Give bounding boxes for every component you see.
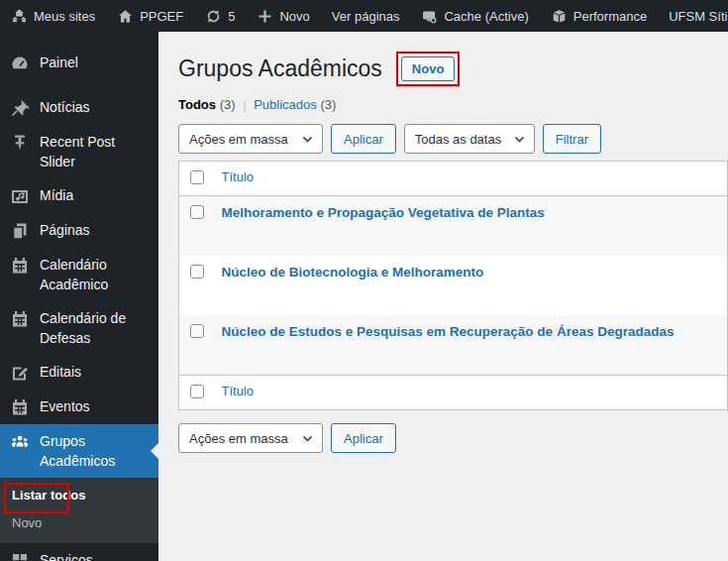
media-icon bbox=[10, 186, 30, 206]
view-filters: Todos (3) | Publicados (3) bbox=[178, 97, 728, 112]
edit-icon bbox=[10, 363, 30, 383]
admin-bar-site-name[interactable]: PPGEF bbox=[106, 0, 194, 32]
groups-icon bbox=[10, 432, 30, 452]
chevron-down-icon bbox=[514, 134, 525, 145]
tablenav-bottom: Ações em massa Aplicar bbox=[178, 423, 728, 453]
row-checkbox[interactable] bbox=[190, 205, 204, 219]
sidebar-item-label: Calendário Acadêmico bbox=[40, 255, 153, 294]
admin-bar-item-label: UFSM Sítios bbox=[669, 9, 728, 24]
filter-button[interactable]: Filtrar bbox=[543, 124, 601, 154]
sidebar-item-label: Calendário de Defesas bbox=[40, 308, 153, 348]
admin-bar-item-label: PPGEF bbox=[140, 9, 183, 24]
admin-bar: Meus sites PPGEF 5 Novo Ver páginas Cach… bbox=[0, 0, 728, 32]
admin-bar-cache[interactable]: Cache (Active) bbox=[410, 0, 539, 32]
sidebar-item-label: Painel bbox=[40, 53, 78, 72]
menu-separator bbox=[0, 80, 158, 90]
admin-bar-my-sites[interactable]: Meus sites bbox=[0, 0, 106, 32]
sidebar-item-label: Recent Post Slider bbox=[40, 132, 153, 171]
admin-bar-item-label: Meus sites bbox=[34, 9, 95, 24]
calendar-icon bbox=[10, 256, 30, 276]
admin-bar-new[interactable]: Novo bbox=[246, 0, 320, 32]
sidebar-item-paginas[interactable]: Páginas bbox=[0, 213, 158, 248]
sidebar-item-midia[interactable]: Mídia bbox=[0, 178, 158, 213]
cache-icon bbox=[421, 8, 438, 25]
page-title: Grupos Acadêmicos bbox=[178, 55, 382, 83]
submenu-item-listar-todos[interactable]: Listar todos bbox=[0, 482, 158, 509]
sidebar-item-calendario-defesas[interactable]: Calendário de Defesas bbox=[0, 301, 158, 355]
table-row: Núcleo de Estudos e Pesquisas em Recuper… bbox=[179, 315, 728, 376]
multisite-icon bbox=[11, 8, 28, 25]
sidebar-item-label: Notícias bbox=[40, 97, 90, 117]
sidebar-item-eventos[interactable]: Eventos bbox=[0, 390, 158, 424]
submenu-item-label: Novo bbox=[12, 515, 42, 530]
date-filter-selected-value: Todas as datas bbox=[415, 132, 501, 147]
date-filter-select[interactable]: Todas as datas bbox=[404, 124, 535, 154]
select-all-checkbox[interactable] bbox=[190, 170, 204, 184]
annotation-box-new-button: Novo bbox=[396, 52, 461, 86]
row-title-link[interactable]: Núcleo de Estudos e Pesquisas em Recuper… bbox=[222, 324, 675, 339]
submenu-item-novo[interactable]: Novo bbox=[0, 509, 158, 537]
bulk-actions-selected-value: Ações em massa bbox=[189, 132, 288, 147]
sidebar-item-painel[interactable]: Painel bbox=[0, 46, 158, 80]
chevron-down-icon bbox=[302, 433, 313, 444]
bulk-actions-selected-value: Ações em massa bbox=[189, 431, 288, 446]
admin-bar-item-label: Cache (Active) bbox=[444, 9, 528, 24]
home-icon bbox=[117, 8, 134, 25]
dashboard-icon bbox=[10, 54, 30, 73]
column-title-footer[interactable]: Título bbox=[222, 384, 255, 398]
sidebar-item-label: Serviços bbox=[40, 550, 93, 561]
sidebar: Painel Notícias Recent Post Slider bbox=[0, 32, 158, 561]
bulk-actions-select[interactable]: Ações em massa bbox=[178, 124, 323, 154]
admin-bar-view-pages[interactable]: Ver páginas bbox=[321, 0, 411, 32]
sidebar-item-noticias[interactable]: Notícias bbox=[0, 90, 158, 125]
table-row: Melhoramento e Propagação Vegetativa de … bbox=[179, 196, 728, 257]
filter-all-link[interactable]: Todos bbox=[178, 97, 216, 112]
add-new-button[interactable]: Novo bbox=[401, 56, 456, 81]
sidebar-item-grupos-academicos[interactable]: Grupos Acadêmicos bbox=[0, 424, 158, 478]
filter-published-count: (3) bbox=[320, 97, 336, 112]
admin-bar-item-label: Novo bbox=[279, 9, 309, 24]
sidebar-item-recent-post-slider[interactable]: Recent Post Slider bbox=[0, 125, 158, 178]
row-title-link[interactable]: Melhoramento e Propagação Vegetativa de … bbox=[222, 205, 545, 220]
calendar-icon bbox=[10, 397, 30, 417]
filter-separator: | bbox=[243, 97, 246, 112]
sidebar-item-label: Grupos Acadêmicos bbox=[40, 431, 153, 471]
bulk-actions-select-bottom[interactable]: Ações em massa bbox=[178, 423, 323, 453]
sidebar-item-calendario-academico[interactable]: Calendário Acadêmico bbox=[0, 248, 158, 301]
sidebar-item-label: Eventos bbox=[40, 396, 90, 416]
sidebar-item-servicos[interactable]: Serviços bbox=[0, 543, 158, 561]
apply-button-bottom[interactable]: Aplicar bbox=[331, 423, 396, 453]
calendar-icon bbox=[10, 309, 30, 329]
performance-icon bbox=[551, 8, 568, 25]
table-row: Núcleo de Biotecnologia e Melhoramento bbox=[179, 256, 728, 315]
pin-icon bbox=[10, 98, 30, 118]
admin-bar-item-label: 5 bbox=[228, 9, 235, 24]
row-title-link[interactable]: Núcleo de Biotecnologia e Melhoramento bbox=[222, 265, 484, 280]
posts-table: Título Melhoramento e Propagação Vegetat… bbox=[178, 161, 728, 410]
main-content: Grupos Acadêmicos Novo Todos (3) | Publi… bbox=[158, 32, 728, 561]
sidebar-item-label: Mídia bbox=[40, 185, 73, 205]
admin-bar-performance[interactable]: Performance bbox=[540, 0, 658, 32]
sidebar-item-label: Editais bbox=[40, 362, 81, 382]
sidebar-item-editais[interactable]: Editais bbox=[0, 355, 158, 390]
admin-bar-ufsm-sitios[interactable]: UFSM Sítios bbox=[658, 0, 728, 32]
thumbtack-icon bbox=[10, 133, 30, 153]
admin-bar-item-label: Ver páginas bbox=[332, 9, 400, 24]
row-checkbox[interactable] bbox=[190, 265, 204, 279]
submenu-item-label: Listar todos bbox=[12, 488, 85, 503]
plus-icon bbox=[257, 8, 273, 25]
filter-published-link[interactable]: Publicados bbox=[254, 97, 317, 112]
grid-icon bbox=[10, 551, 30, 561]
admin-bar-item-label: Performance bbox=[573, 9, 647, 24]
chevron-down-icon bbox=[302, 134, 313, 145]
column-title-header[interactable]: Título bbox=[222, 169, 255, 184]
grupos-academicos-submenu: Listar todos Novo bbox=[0, 478, 158, 543]
row-checkbox[interactable] bbox=[190, 324, 204, 338]
filter-all-count: (3) bbox=[220, 97, 236, 112]
select-all-checkbox-bottom[interactable] bbox=[190, 385, 204, 398]
table-header-row: Título bbox=[179, 162, 728, 196]
pages-icon bbox=[10, 221, 30, 241]
admin-bar-updates[interactable]: 5 bbox=[194, 0, 246, 32]
apply-button-top[interactable]: Aplicar bbox=[331, 124, 396, 154]
tablenav-top: Ações em massa Aplicar Todas as datas Fi… bbox=[178, 124, 728, 154]
